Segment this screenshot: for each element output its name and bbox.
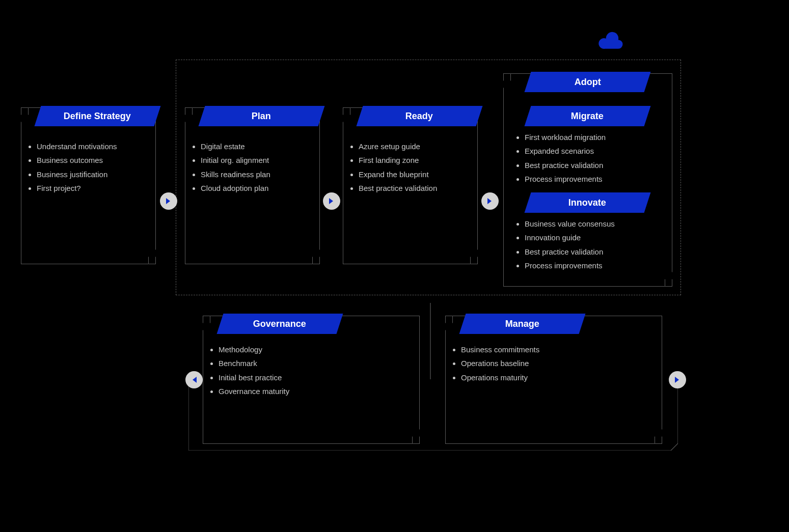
list-item: Expand the blueprint — [359, 169, 472, 180]
phase-manage-banner: Manage — [459, 314, 586, 334]
list-item: Understand motivations — [37, 141, 150, 152]
list-item: Business commitments — [461, 344, 657, 355]
banner-label: Plan — [252, 111, 271, 122]
list-item: Business outcomes — [37, 154, 150, 166]
phase-manage-items: Business commitments Operations baseline… — [446, 344, 662, 383]
chevron-right-icon — [669, 371, 686, 388]
banner-label: Innovate — [568, 198, 606, 208]
list-item: Business justification — [37, 169, 150, 180]
list-item: Initial org. alignment — [201, 154, 314, 166]
chevron-left-icon — [185, 371, 203, 388]
list-item: Innovation guide — [525, 232, 677, 243]
chevron-right-icon — [481, 192, 499, 210]
list-item: Expanded scenarios — [525, 145, 677, 157]
list-item: Operations maturity — [461, 372, 657, 383]
phase-plan-banner: Plan — [199, 106, 325, 126]
banner-label: Define Strategy — [64, 111, 131, 122]
phase-define-strategy-items: Understand motivations Business outcomes… — [21, 141, 155, 194]
list-item: Benchmark — [219, 357, 414, 369]
phase-adopt-banner: Adopt — [525, 72, 651, 92]
list-item: Cloud adoption plan — [201, 182, 314, 194]
list-item: First workload migration — [525, 131, 677, 143]
list-item: First landing zone — [359, 154, 472, 166]
list-item: Best practice validation — [525, 159, 677, 171]
phase-ready-banner: Ready — [357, 106, 483, 126]
phase-governance-items: Methodology Benchmark Initial best pract… — [203, 344, 419, 397]
banner-label: Ready — [405, 111, 433, 122]
banner-label: Manage — [505, 319, 539, 329]
phase-ready: Azure setup guide First landing zone Exp… — [343, 107, 478, 264]
phase-governance: Methodology Benchmark Initial best pract… — [203, 316, 420, 444]
phase-migrate-banner: Migrate — [525, 106, 651, 126]
list-item: Process improvements — [525, 173, 677, 185]
phase-plan-items: Digital estate Initial org. alignment Sk… — [185, 141, 319, 194]
list-item: Best practice validation — [359, 182, 472, 194]
phase-governance-banner: Governance — [217, 314, 343, 334]
list-item: Skills readiness plan — [201, 169, 314, 180]
list-item: Digital estate — [201, 141, 314, 152]
banner-label: Governance — [253, 319, 306, 329]
list-item: Initial best practice — [219, 372, 414, 383]
phase-manage: Business commitments Operations baseline… — [445, 316, 662, 444]
phase-define-strategy: Understand motivations Business outcomes… — [21, 107, 156, 264]
list-item: Governance maturity — [219, 385, 414, 397]
phase-ready-items: Azure setup guide First landing zone Exp… — [343, 141, 477, 194]
list-item: Business value consensus — [525, 218, 677, 230]
list-item: Methodology — [219, 344, 414, 355]
phase-innovate-banner: Innovate — [525, 192, 651, 213]
banner-label: Migrate — [571, 111, 604, 122]
list-item: Process improvements — [525, 260, 677, 271]
chevron-right-icon — [160, 192, 177, 210]
phase-innovate-items: Business value consensus Innovation guid… — [509, 216, 683, 273]
list-item: Azure setup guide — [359, 141, 472, 152]
chevron-right-icon — [323, 192, 340, 210]
phase-plan: Digital estate Initial org. alignment Sk… — [185, 107, 320, 264]
list-item: Best practice validation — [525, 246, 677, 258]
banner-label: Adopt — [575, 77, 601, 88]
cloud-icon — [596, 31, 624, 53]
list-item: First project? — [37, 182, 150, 194]
phase-migrate-items: First workload migration Expanded scenar… — [509, 129, 683, 187]
phase-define-strategy-banner: Define Strategy — [35, 106, 161, 126]
list-item: Operations baseline — [461, 357, 657, 369]
